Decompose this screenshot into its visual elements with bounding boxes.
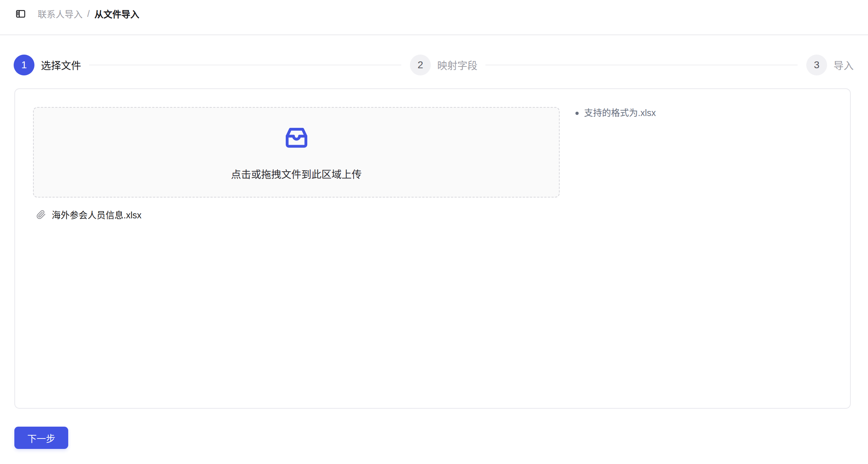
breadcrumb-parent-link[interactable]: 联系人导入 [38,7,83,20]
upload-column: 点击或拖拽文件到此区域上传 海外参会人员信息.xlsx [33,107,560,221]
step-3-circle: 3 [806,55,827,75]
panel-left-icon [15,8,26,19]
inbox-icon [284,125,309,150]
tip-item: 支持的格式为.xlsx [575,107,832,119]
step-3-label: 导入 [834,58,854,72]
step-connector [485,65,798,65]
breadcrumb: 联系人导入 / 从文件导入 [38,7,139,20]
breadcrumb-separator: / [87,9,90,19]
import-steps: 1 选择文件 2 映射字段 3 导入 [0,55,868,75]
step-2-circle: 2 [410,55,431,75]
tips-column: 支持的格式为.xlsx [575,107,832,119]
sidebar-toggle-button[interactable] [13,6,28,21]
next-step-button[interactable]: 下一步 [14,427,68,449]
step-import: 3 导入 [806,55,854,75]
step-connector [89,65,401,65]
step-map-fields: 2 映射字段 [410,55,806,75]
attached-file-name: 海外参会人员信息.xlsx [52,208,141,221]
paperclip-icon [36,210,46,219]
step-1-circle: 1 [14,55,34,75]
step-2-label: 映射字段 [437,58,477,72]
dropzone-hint-text: 点击或拖拽文件到此区域上传 [231,170,361,180]
step-1-label: 选择文件 [41,58,81,72]
file-dropzone[interactable]: 点击或拖拽文件到此区域上传 [33,107,560,198]
tip-text: 支持的格式为.xlsx [584,107,656,119]
top-header: 联系人导入 / 从文件导入 [0,0,868,35]
breadcrumb-current: 从文件导入 [94,7,139,20]
step-select-file: 1 选择文件 [14,55,410,75]
attached-file-item[interactable]: 海外参会人员信息.xlsx [33,208,141,221]
bullet-dot [575,112,579,115]
select-file-panel: 点击或拖拽文件到此区域上传 海外参会人员信息.xlsx 支持的格式为.xlsx [14,88,851,409]
